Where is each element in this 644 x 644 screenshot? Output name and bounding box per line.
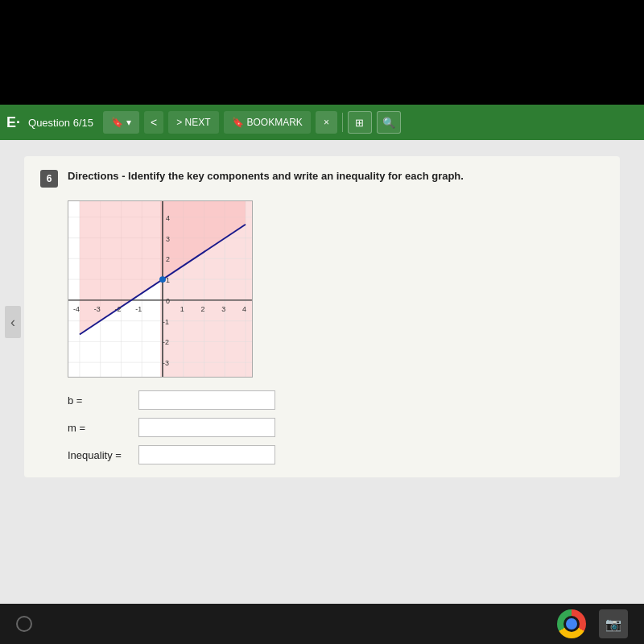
- svg-text:1: 1: [180, 305, 184, 313]
- dropdown-arrow: ▾: [126, 117, 131, 128]
- svg-text:2: 2: [166, 255, 170, 263]
- m-field-row: m =: [68, 418, 604, 437]
- brand-logo: E·: [6, 114, 20, 131]
- bottom-bar: 📷: [0, 604, 644, 644]
- svg-text:4: 4: [242, 305, 246, 313]
- home-circle[interactable]: [16, 616, 32, 632]
- search-btn[interactable]: 🔍: [377, 111, 401, 134]
- svg-text:2: 2: [201, 305, 205, 313]
- svg-text:-1: -1: [163, 318, 169, 326]
- back-btn[interactable]: <: [144, 111, 163, 134]
- inequality-label: Inequality =: [68, 449, 132, 461]
- toolbar-separator: [342, 113, 343, 132]
- svg-text:-1: -1: [135, 305, 142, 313]
- svg-text:-3: -3: [94, 305, 101, 313]
- graph-svg: 4 3 2 1 0 -1 -2 -3 -4 -3 -2 -1 1 2 3: [68, 201, 252, 377]
- question-card: 6 Directions - Identify the key componen…: [24, 156, 620, 477]
- svg-text:-3: -3: [163, 359, 169, 367]
- camera-symbol: 📷: [605, 617, 621, 632]
- svg-text:1: 1: [166, 276, 170, 284]
- question-directions: Directions - Identify the key components…: [68, 169, 464, 184]
- inequality-input[interactable]: [138, 445, 275, 464]
- b-label: b =: [68, 394, 132, 407]
- m-input[interactable]: [138, 418, 275, 437]
- bookmark-dropdown-btn[interactable]: 🔖 ▾: [103, 111, 139, 134]
- grid-icon: ⊞: [355, 117, 364, 129]
- close-btn[interactable]: ×: [316, 111, 337, 134]
- bottom-icons: 📷: [557, 609, 628, 638]
- bookmark-fill-icon: 🔖: [232, 117, 244, 128]
- svg-text:3: 3: [221, 305, 225, 313]
- bookmark-btn[interactable]: 🔖 BOOKMARK: [224, 111, 311, 134]
- svg-text:-4: -4: [73, 305, 80, 313]
- answer-fields: b = m = Inequality =: [68, 390, 604, 464]
- question-header: 6 Directions - Identify the key componen…: [40, 169, 604, 188]
- b-input[interactable]: [138, 390, 275, 410]
- b-field-row: b =: [68, 390, 604, 410]
- svg-text:4: 4: [166, 214, 170, 222]
- next-btn[interactable]: > NEXT: [168, 111, 218, 134]
- svg-text:-2: -2: [163, 338, 169, 346]
- graph-container: 4 3 2 1 0 -1 -2 -3 -4 -3 -2 -1 1 2 3: [68, 200, 604, 378]
- top-black-area: [0, 0, 644, 105]
- grid-btn[interactable]: ⊞: [348, 111, 372, 134]
- bookmark-icon: 🔖: [111, 117, 123, 128]
- left-nav-arrow[interactable]: ‹: [5, 306, 21, 338]
- svg-text:-2: -2: [115, 305, 122, 313]
- svg-text:3: 3: [166, 235, 170, 243]
- chrome-icon[interactable]: [557, 609, 586, 638]
- question-counter: Question 6/15: [28, 117, 93, 129]
- main-content: ‹ 6 Directions - Identify the key compon…: [0, 140, 644, 604]
- graph-canvas: 4 3 2 1 0 -1 -2 -3 -4 -3 -2 -1 1 2 3: [68, 200, 253, 378]
- toolbar: E· Question 6/15 🔖 ▾ < > NEXT 🔖 BOOKMARK…: [0, 105, 644, 140]
- question-number: 6: [40, 170, 58, 188]
- search-icon: 🔍: [382, 117, 395, 129]
- camera-icon[interactable]: 📷: [599, 609, 628, 638]
- inequality-field-row: Inequality =: [68, 445, 604, 464]
- bookmark-label: BOOKMARK: [247, 117, 303, 128]
- svg-point-22: [159, 276, 166, 283]
- m-label: m =: [68, 422, 132, 434]
- svg-text:0: 0: [166, 297, 170, 305]
